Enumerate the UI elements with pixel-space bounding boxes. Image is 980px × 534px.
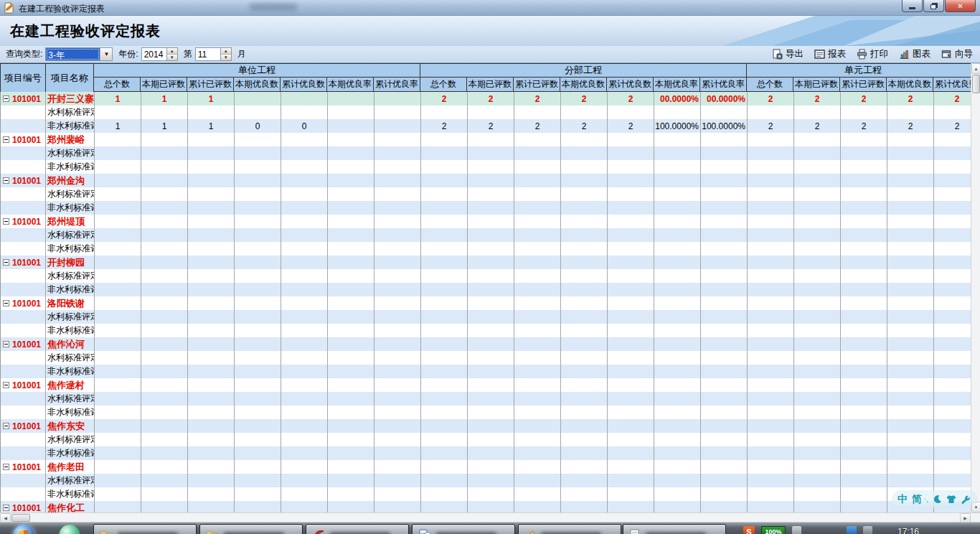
tray-network-icon[interactable] <box>847 526 857 534</box>
table-cell <box>701 378 748 392</box>
table-row[interactable]: 水利标准评定 <box>1 106 980 119</box>
vertical-scroll-thumb[interactable] <box>972 75 980 93</box>
close-icon[interactable]: ✕ <box>945 0 976 12</box>
moon-icon[interactable] <box>933 495 942 504</box>
table-cell <box>1 160 46 174</box>
horizontal-scrollbar[interactable]: ◀ ▶ <box>0 512 980 522</box>
spin-up-icon[interactable]: ▲ <box>221 48 231 55</box>
taskbar-button[interactable] <box>199 524 303 534</box>
month-stepper[interactable]: 11 ▲▼ <box>195 47 232 61</box>
wizard-button[interactable]: 向导 <box>941 48 973 60</box>
ime-lang-indicator[interactable]: 中 <box>897 493 908 506</box>
table-row[interactable]: 101001焦作老田 <box>1 460 980 474</box>
table-row[interactable]: 非水利标准评定 <box>1 446 980 460</box>
table-cell <box>95 351 141 365</box>
title-bar[interactable]: 在建工程验收评定报表 ✕ <box>0 0 980 16</box>
taskbar-button[interactable] <box>518 524 621 534</box>
collapse-icon[interactable] <box>3 341 9 347</box>
system-tray[interactable]: S 100% 17:16 <box>743 523 919 534</box>
year-value[interactable]: 2014 <box>141 47 167 61</box>
table-cell <box>608 474 654 487</box>
table-row[interactable]: 101001郑州裴峪 <box>1 133 980 146</box>
tray-volume-icon[interactable] <box>863 526 872 534</box>
month-value[interactable]: 11 <box>195 47 221 61</box>
report-table[interactable]: 101001开封三义寨1112222200.0000%00.0000%22222… <box>0 92 980 512</box>
ime-charset-indicator[interactable]: 简 <box>912 493 922 506</box>
table-row[interactable]: 水利标准评定 <box>1 392 980 406</box>
wrench-icon[interactable] <box>961 495 970 504</box>
ime-status-bar[interactable]: 中 简 ·, <box>892 490 978 508</box>
table-row[interactable]: 水利标准评定 <box>1 310 980 324</box>
scroll-up-icon[interactable]: ▲ <box>971 63 980 74</box>
collapse-icon[interactable] <box>3 95 9 102</box>
table-row[interactable]: 非水利标准评定 <box>1 283 980 296</box>
clock[interactable]: 17:16 <box>897 527 919 534</box>
table-cell <box>794 446 841 460</box>
ime-punct-indicator[interactable]: ·, <box>924 495 928 503</box>
sogou-tray-icon[interactable]: S <box>743 526 755 534</box>
collapse-icon[interactable] <box>3 136 9 143</box>
table-row[interactable]: 水利标准评定 <box>1 228 980 242</box>
table-row[interactable]: 非水利标准评定 <box>1 487 980 501</box>
table-row[interactable]: 水利标准评定 <box>1 269 980 283</box>
table-cell: 101001 <box>1 378 46 392</box>
table-cell <box>374 215 421 228</box>
table-row[interactable]: 水利标准评定 <box>1 351 980 365</box>
report-button[interactable]: 报表 <box>814 48 846 60</box>
collapse-icon[interactable] <box>3 505 9 511</box>
table-row[interactable]: 101001焦作逯村 <box>1 378 980 392</box>
shirt-icon[interactable] <box>946 495 956 504</box>
table-row[interactable]: 101001开封柳园 <box>1 256 980 269</box>
vertical-scrollbar[interactable]: ▲ ▼ <box>971 63 980 512</box>
table-row[interactable]: 水利标准评定 <box>1 146 980 160</box>
table-row[interactable]: 非水利标准评定 <box>1 324 980 337</box>
table-row[interactable]: 非水利标准评定 <box>1 160 980 174</box>
collapse-icon[interactable] <box>3 300 9 306</box>
collapse-icon[interactable] <box>3 218 9 225</box>
table-row[interactable]: 101001开封三义寨1112222200.0000%00.0000%22222 <box>1 92 980 106</box>
chart-button[interactable]: 图表 <box>899 48 930 60</box>
table-row[interactable]: 101001郑州堤顶 <box>1 215 980 228</box>
collapse-icon[interactable] <box>3 177 9 184</box>
query-type-select[interactable]: 3-年 ▼ <box>45 47 113 61</box>
taskbar[interactable]: W S 100% 17:16 <box>0 522 980 534</box>
chevron-down-icon[interactable]: ▼ <box>100 48 112 60</box>
restore-icon[interactable] <box>923 0 944 12</box>
minimize-icon[interactable] <box>902 0 923 12</box>
spin-down-icon[interactable]: ▼ <box>221 55 231 60</box>
table-row[interactable]: 水利标准评定 <box>1 187 980 201</box>
collapse-icon[interactable] <box>3 464 9 470</box>
table-row[interactable]: 101001郑州金沟 <box>1 174 980 187</box>
browser-orb-icon[interactable] <box>59 525 80 534</box>
collapse-icon[interactable] <box>3 259 9 266</box>
horizontal-scroll-thumb[interactable] <box>11 514 30 522</box>
taskbar-button[interactable] <box>93 524 197 534</box>
print-button[interactable]: 打印 <box>857 48 888 60</box>
table-row[interactable]: 非水利标准评定 <box>1 201 980 215</box>
collapse-icon[interactable] <box>3 382 9 388</box>
table-row[interactable]: 101001焦作化工 <box>1 501 980 512</box>
export-button[interactable]: 导出 <box>772 48 804 60</box>
table-row[interactable]: 非水利标准评定 <box>1 242 980 256</box>
year-stepper[interactable]: 2014 ▲▼ <box>141 47 178 61</box>
battery-indicator[interactable]: 100% <box>761 526 786 534</box>
table-row[interactable]: 非水利标准评定 <box>1 406 980 419</box>
table-row[interactable]: 非水利标准评定 <box>1 365 980 378</box>
collapse-icon[interactable] <box>3 423 9 429</box>
tray-misc-icon[interactable] <box>792 526 801 534</box>
table-cell <box>235 160 281 174</box>
spin-up-icon[interactable]: ▲ <box>167 48 177 55</box>
taskbar-button[interactable]: W <box>412 524 515 534</box>
table-row[interactable]: 101001洛阳铁谢 <box>1 296 980 310</box>
table-row[interactable]: 非水利标准评定1110022222100.0000%100.0000%22222 <box>1 119 980 133</box>
table-row[interactable]: 101001焦作沁河 <box>1 337 980 351</box>
taskbar-button[interactable] <box>306 524 409 534</box>
table-row[interactable]: 水利标准评定 <box>1 433 980 446</box>
taskbar-button[interactable] <box>623 524 726 534</box>
start-button[interactable] <box>13 525 34 534</box>
table-row[interactable]: 101001焦作东安 <box>1 419 980 433</box>
table-cell <box>328 106 374 119</box>
spin-down-icon[interactable]: ▼ <box>167 55 177 60</box>
table-cell <box>841 378 887 392</box>
table-row[interactable]: 水利标准评定 <box>1 474 980 487</box>
